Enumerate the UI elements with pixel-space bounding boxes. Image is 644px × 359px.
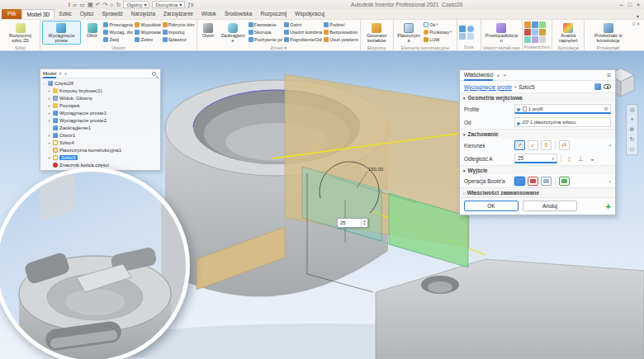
spinner-icon[interactable]: ▲▼ <box>361 219 367 227</box>
tree-item-sketch5[interactable]: +Szkic5 <box>42 154 160 161</box>
expand-icon[interactable]: + <box>47 96 51 101</box>
tree-root-part[interactable]: −Część26 <box>42 79 160 87</box>
dimension-value[interactable]: 150,00 <box>368 167 384 172</box>
properties-tab[interactable]: Właściwości <box>464 70 493 81</box>
section-geometry[interactable]: ▾ Geometria wejściowa <box>460 92 615 102</box>
extend-surface-icon[interactable] <box>524 29 531 35</box>
tab-wspolpracuj[interactable]: Współpracuj <box>291 9 329 19</box>
group-label-zmien[interactable]: Zmień ▾ <box>199 45 358 50</box>
close-icon[interactable]: × <box>496 73 500 78</box>
appearance-dropdown[interactable]: Domyślna ▾ <box>152 1 185 8</box>
fillet-button[interactable]: Zaokrąglenie <box>219 21 247 45</box>
redo-icon[interactable]: ↷ <box>102 1 107 8</box>
shell-button[interactable]: Skorupa <box>249 28 282 35</box>
tab-opisz[interactable]: Opisz <box>76 9 98 19</box>
split-button[interactable]: Podziel <box>324 21 358 28</box>
menu-icon[interactable]: ≡ <box>607 72 611 79</box>
app-icon[interactable]: I <box>69 1 70 8</box>
delete-face-button[interactable]: Usuń powierzchnię <box>324 35 358 43</box>
direct-edit-button[interactable]: Bezpośrednio <box>324 28 358 35</box>
circular-pattern-icon[interactable] <box>467 26 474 32</box>
add-feature-button[interactable]: + <box>606 202 611 210</box>
extrude-button[interactable]: Wyciągnięcie proste <box>42 21 81 45</box>
tree-item-hole1[interactable]: +Otwór1 <box>42 131 160 139</box>
section-output[interactable]: ▾ Wyjście <box>460 165 615 175</box>
collapse-icon[interactable]: − <box>42 81 46 86</box>
extrude-distance-mini-input[interactable]: 25 ▲▼ <box>337 218 368 228</box>
ribbon-overflow-icon[interactable]: ⊙ ▾ <box>632 21 640 26</box>
sketch-driven-pattern-icon[interactable] <box>467 33 474 40</box>
close-icon[interactable]: × <box>59 71 62 76</box>
new-file-icon[interactable]: ▱ <box>73 1 77 8</box>
close-button[interactable]: × <box>637 2 640 7</box>
boolean-intersect-button[interactable] <box>541 177 552 186</box>
offset-surface-icon[interactable] <box>524 36 531 43</box>
boolean-new-solid-button[interactable] <box>559 177 570 186</box>
parameters-fx-icon[interactable]: ƒx <box>187 1 193 8</box>
distance-input[interactable]: 25 ▾ <box>514 154 557 163</box>
tree-item-fillet1[interactable]: Zaokrąglenie1 <box>42 124 160 131</box>
chevron-down-icon[interactable]: ▾ <box>608 179 611 184</box>
material-dropdown[interactable]: Ogólny ▾ <box>123 1 149 8</box>
expand-icon[interactable]: + <box>47 111 51 116</box>
ok-button[interactable]: OK <box>464 201 519 211</box>
extent-to-surface-icon[interactable]: ◒ <box>588 155 597 163</box>
expand-icon[interactable]: + <box>47 103 51 108</box>
section-behavior[interactable]: ▾ Zachowanie <box>460 129 615 139</box>
expand-icon[interactable]: + <box>47 140 51 145</box>
section-advanced[interactable]: › Właściwości zaawansowane <box>460 187 615 197</box>
thread-button[interactable]: Gwint <box>284 21 322 28</box>
tab-sprawdz[interactable]: Sprawdź <box>97 9 126 19</box>
emboss-button[interactable]: Wypukłość <box>135 21 160 28</box>
clear-selection-icon[interactable]: ⊗ <box>604 106 608 112</box>
direction-flipped-button[interactable]: ↙ <box>528 140 538 150</box>
work-plane-button[interactable]: Płaszczyzna <box>395 21 422 45</box>
direction-asymmetric-button[interactable]: ⇄ <box>559 140 570 150</box>
minimize-button[interactable]: – <box>620 2 623 7</box>
home-view-icon[interactable]: ⌂ <box>110 1 113 8</box>
extent-to-icon[interactable]: ⊥ <box>576 155 585 163</box>
chevron-down-icon[interactable]: ▾ <box>552 156 554 161</box>
direction-default-button[interactable]: ↗ <box>514 140 525 150</box>
draft-button[interactable]: Pochylenie powierzchni <box>249 35 282 43</box>
import-button[interactable]: Importuj <box>163 28 195 35</box>
navigation-wheel-icon[interactable]: ◎ <box>629 106 634 113</box>
browser-tab-model[interactable]: Model <box>43 69 56 78</box>
ribbon-collapse-icon[interactable]: ▾ <box>633 13 642 19</box>
combine-button[interactable]: Utwórz kombinację <box>284 28 322 35</box>
zoom-icon[interactable]: ⊕ <box>630 126 635 133</box>
solid-preview-icon[interactable] <box>594 83 601 90</box>
freeform-box-button[interactable]: Prostopadłościan <box>483 21 520 45</box>
unwrap-button[interactable]: Spłaszcz <box>163 35 195 43</box>
stitch-surface-icon[interactable] <box>524 21 531 28</box>
shape-generator-button[interactable]: Generator kształtów <box>362 21 391 45</box>
expand-icon[interactable]: + <box>47 118 51 123</box>
patch-surface-icon[interactable] <box>532 21 538 28</box>
tab-zarzadzanie[interactable]: Zarządzanie <box>159 9 197 19</box>
work-axis-button[interactable]: Oś▾ <box>424 21 455 28</box>
maximize-button[interactable]: □ <box>628 2 632 7</box>
add-tab-icon[interactable]: + <box>64 71 68 76</box>
sculpt-icon[interactable] <box>532 29 538 35</box>
start-2d-sketch-button[interactable]: Rozpocznij szkic 2D <box>2 21 38 45</box>
boolean-join-button[interactable] <box>514 177 525 186</box>
refresh-icon[interactable]: ↻ <box>116 1 121 8</box>
extent-through-all-icon[interactable]: ↨ <box>565 155 574 163</box>
open-file-icon[interactable]: ▭ <box>79 1 85 8</box>
search-icon[interactable] <box>152 72 156 76</box>
tab-plik[interactable]: Plik <box>2 9 21 19</box>
thicken-offset-button[interactable]: Pogrubienie/Odsunięcie <box>284 35 322 43</box>
add-tab-icon[interactable]: + <box>503 73 506 78</box>
tab-model-3d[interactable]: Model 3D <box>21 9 54 19</box>
sweep-button[interactable]: Przeciągnięcie <box>103 21 133 28</box>
tab-szkic[interactable]: Szkic <box>54 9 76 19</box>
visibility-eye-icon[interactable] <box>604 84 611 89</box>
mirror-icon[interactable] <box>459 33 466 40</box>
convert-to-sheet-metal-button[interactable]: Przekształć w konstrukcję blachową <box>586 21 631 45</box>
revolve-button[interactable]: Obrót <box>83 21 102 45</box>
orbit-icon[interactable]: ↻ <box>630 136 635 143</box>
tree-item-extrusion1[interactable]: +Wyciągnięcie proste1 <box>42 109 160 116</box>
work-point-button[interactable]: Punktowy▾ <box>424 28 455 35</box>
expand-icon[interactable]: + <box>47 133 51 138</box>
direction-symmetric-button[interactable]: ⇕ <box>541 140 552 150</box>
